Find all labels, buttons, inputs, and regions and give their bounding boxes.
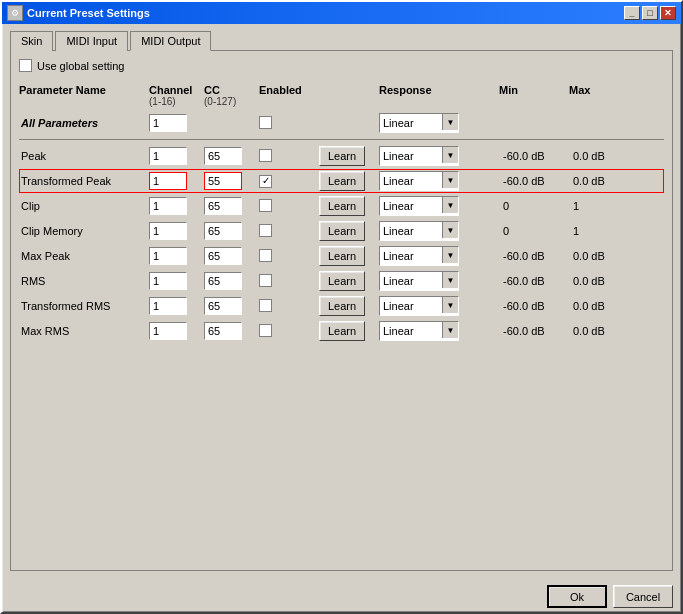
channel-input-all-params[interactable] <box>149 114 187 132</box>
channel-input-max-rms[interactable] <box>149 322 187 340</box>
channel-cell-peak <box>149 147 204 165</box>
maximize-button[interactable]: □ <box>642 6 658 20</box>
enabled-checkbox-clip-memory[interactable] <box>259 224 272 237</box>
enabled-checkbox-max-peak[interactable] <box>259 249 272 262</box>
param-name-clip-memory: Clip Memory <box>19 225 149 237</box>
table-row: Clip MemoryLearnLinear▼01 <box>19 219 664 243</box>
param-name-clip: Clip <box>19 200 149 212</box>
col-header-enabled: Enabled <box>259 84 319 107</box>
param-name-transformed-rms: Transformed RMS <box>19 300 149 312</box>
channel-cell-max-peak <box>149 247 204 265</box>
tab-skin[interactable]: Skin <box>10 31 53 51</box>
ok-button[interactable]: Ok <box>547 585 607 608</box>
response-select-peak[interactable]: Linear <box>379 146 459 166</box>
enabled-cell-max-peak <box>259 249 319 264</box>
tab-midi-input[interactable]: MIDI Input <box>55 31 128 51</box>
cc-input-rms[interactable] <box>204 272 242 290</box>
enabled-checkbox-max-rms[interactable] <box>259 324 272 337</box>
cc-cell-max-peak <box>204 247 259 265</box>
cc-input-max-rms[interactable] <box>204 322 242 340</box>
response-cell-peak: Linear▼ <box>379 146 499 166</box>
enabled-checkbox-clip[interactable] <box>259 199 272 212</box>
learn-cell-clip-memory: Learn <box>319 221 379 241</box>
table-header: Parameter Name Channel (1-16) CC (0-127)… <box>19 82 664 109</box>
channel-cell-rms <box>149 272 204 290</box>
cc-input-peak[interactable] <box>204 147 242 165</box>
enabled-checkbox-transformed-peak[interactable] <box>259 175 272 188</box>
response-select-max-peak[interactable]: Linear <box>379 246 459 266</box>
channel-input-rms[interactable] <box>149 272 187 290</box>
response-cell-rms: Linear▼ <box>379 271 499 291</box>
channel-cell-clip-memory <box>149 222 204 240</box>
param-name-transformed-peak: Transformed Peak <box>19 175 149 187</box>
learn-button-transformed-rms[interactable]: Learn <box>319 296 365 316</box>
cc-cell-clip-memory <box>204 222 259 240</box>
cc-input-clip-memory[interactable] <box>204 222 242 240</box>
channel-cell-transformed-rms <box>149 297 204 315</box>
global-setting-checkbox[interactable] <box>19 59 32 72</box>
cancel-button[interactable]: Cancel <box>613 585 673 608</box>
window-title: Current Preset Settings <box>27 7 150 19</box>
param-name-peak: Peak <box>19 150 149 162</box>
learn-button-clip-memory[interactable]: Learn <box>319 221 365 241</box>
response-cell-max-peak: Linear▼ <box>379 246 499 266</box>
learn-button-clip[interactable]: Learn <box>319 196 365 216</box>
learn-cell-max-peak: Learn <box>319 246 379 266</box>
param-name-max-peak: Max Peak <box>19 250 149 262</box>
response-select-clip[interactable]: Linear <box>379 196 459 216</box>
channel-input-clip-memory[interactable] <box>149 222 187 240</box>
learn-cell-transformed-rms: Learn <box>319 296 379 316</box>
response-select-rms[interactable]: Linear <box>379 271 459 291</box>
enabled-checkbox-rms[interactable] <box>259 274 272 287</box>
channel-input-clip[interactable] <box>149 197 187 215</box>
min-value-transformed-peak: -60.0 dB <box>499 175 569 187</box>
channel-input-peak[interactable] <box>149 147 187 165</box>
cc-input-transformed-peak[interactable] <box>204 172 242 190</box>
response-select-clip-memory[interactable]: Linear <box>379 221 459 241</box>
bottom-bar: Ok Cancel <box>2 579 681 612</box>
minimize-button[interactable]: _ <box>624 6 640 20</box>
response-select-all-params[interactable]: Linear <box>379 113 459 133</box>
col-header-channel: Channel (1-16) <box>149 84 204 107</box>
min-value-max-peak: -60.0 dB <box>499 250 569 262</box>
channel-cell-all-params <box>149 114 204 132</box>
title-bar-left: ⚙ Current Preset Settings <box>7 5 150 21</box>
cc-input-clip[interactable] <box>204 197 242 215</box>
tab-midi-output[interactable]: MIDI Output <box>130 31 211 51</box>
tab-bar: Skin MIDI Input MIDI Output <box>10 30 673 50</box>
response-select-max-rms[interactable]: Linear <box>379 321 459 341</box>
learn-cell-clip: Learn <box>319 196 379 216</box>
enabled-checkbox-peak[interactable] <box>259 149 272 162</box>
cc-cell-rms <box>204 272 259 290</box>
learn-button-max-rms[interactable]: Learn <box>319 321 365 341</box>
learn-button-transformed-peak[interactable]: Learn <box>319 171 365 191</box>
enabled-checkbox-transformed-rms[interactable] <box>259 299 272 312</box>
cc-input-transformed-rms[interactable] <box>204 297 242 315</box>
channel-cell-max-rms <box>149 322 204 340</box>
channel-cell-transformed-peak <box>149 172 204 190</box>
enabled-cell-clip-memory <box>259 224 319 239</box>
cc-cell-max-rms <box>204 322 259 340</box>
channel-input-transformed-rms[interactable] <box>149 297 187 315</box>
cc-input-max-peak[interactable] <box>204 247 242 265</box>
enabled-checkbox-all-params[interactable] <box>259 116 272 129</box>
learn-button-peak[interactable]: Learn <box>319 146 365 166</box>
channel-input-max-peak[interactable] <box>149 247 187 265</box>
response-select-wrapper-clip-memory: Linear▼ <box>379 221 459 241</box>
table-row: ClipLearnLinear▼01 <box>19 194 664 218</box>
response-select-transformed-peak[interactable]: Linear <box>379 171 459 191</box>
divider <box>19 139 664 140</box>
min-value-clip-memory: 0 <box>499 225 569 237</box>
window-content: Skin MIDI Input MIDI Output Use global s… <box>2 24 681 579</box>
channel-input-transformed-peak[interactable] <box>149 172 187 190</box>
param-name-all-params: All Parameters <box>19 117 149 129</box>
response-select-wrapper-transformed-peak: Linear▼ <box>379 171 459 191</box>
response-cell-max-rms: Linear▼ <box>379 321 499 341</box>
close-button[interactable]: ✕ <box>660 6 676 20</box>
learn-button-max-peak[interactable]: Learn <box>319 246 365 266</box>
max-value-clip-memory: 1 <box>569 225 639 237</box>
response-select-transformed-rms[interactable]: Linear <box>379 296 459 316</box>
learn-cell-peak: Learn <box>319 146 379 166</box>
table-row: All ParametersLinear▼ <box>19 111 664 135</box>
learn-button-rms[interactable]: Learn <box>319 271 365 291</box>
